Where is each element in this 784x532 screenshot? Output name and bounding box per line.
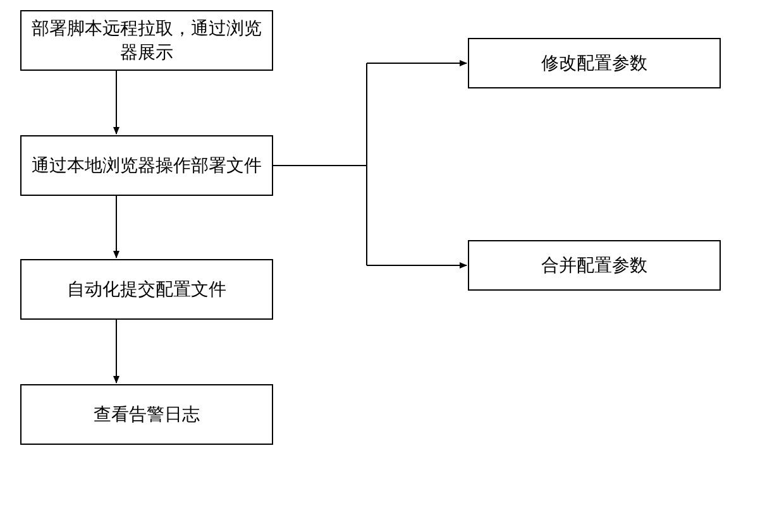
box-operate-deploy-file: 通过本地浏览器操作部署文件 bbox=[20, 135, 273, 196]
box-merge-config-params: 合并配置参数 bbox=[468, 240, 721, 291]
box-label: 合并配置参数 bbox=[541, 253, 647, 277]
box-label: 查看告警日志 bbox=[94, 402, 200, 426]
box-label: 修改配置参数 bbox=[541, 51, 647, 75]
flowchart-canvas: 部署脚本远程拉取，通过浏览器展示 通过本地浏览器操作部署文件 自动化提交配置文件… bbox=[0, 0, 784, 532]
box-label: 部署脚本远程拉取，通过浏览器展示 bbox=[25, 16, 268, 64]
box-label: 通过本地浏览器操作部署文件 bbox=[32, 154, 262, 178]
box-label: 自动化提交配置文件 bbox=[67, 277, 226, 301]
box-deploy-script-remote-pull: 部署脚本远程拉取，通过浏览器展示 bbox=[20, 10, 273, 71]
box-auto-submit-config: 自动化提交配置文件 bbox=[20, 259, 273, 320]
box-modify-config-params: 修改配置参数 bbox=[468, 38, 721, 88]
box-view-alarm-log: 查看告警日志 bbox=[20, 384, 273, 445]
